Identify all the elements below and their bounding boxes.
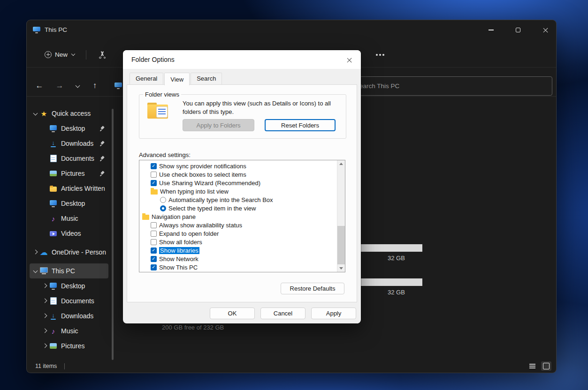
maximize-icon [516, 28, 520, 32]
chevron-placeholder [41, 200, 49, 207]
sidebar-scrollbar[interactable] [112, 109, 114, 360]
sidebar-item-videos[interactable]: Videos [30, 226, 108, 241]
sidebar-item-desktop[interactable]: Desktop [30, 278, 108, 293]
maximize-button[interactable] [507, 22, 529, 38]
checkbox-checked-icon[interactable] [151, 256, 157, 262]
sidebar-item-desktop[interactable]: Desktop [30, 121, 108, 136]
advanced-item-label: Use Sharing Wizard (Recommended) [159, 180, 260, 187]
advanced-item-use-check-boxes-to-select-items[interactable]: Use check boxes to select items [139, 170, 337, 179]
details-view-button[interactable] [527, 361, 537, 371]
up-button[interactable]: ↑ [87, 78, 102, 93]
search-input[interactable] [349, 82, 552, 90]
view-switcher [527, 361, 551, 371]
scissors-icon [98, 51, 107, 59]
sidebar-item-music[interactable]: Music [30, 211, 108, 226]
advanced-item-always-show-availability-status[interactable]: Always show availability status [139, 221, 337, 229]
list-scrollbar[interactable] [337, 160, 345, 272]
folder-icon [151, 189, 158, 195]
sidebar-item-downloads[interactable]: Downloads [30, 308, 108, 323]
chevron-down-icon[interactable] [31, 110, 40, 117]
view-tab-page: Folder views You can apply this view (su… [127, 84, 357, 302]
checkbox-checked-icon[interactable] [151, 248, 157, 254]
large-icons-view-button[interactable] [541, 361, 551, 371]
close-button[interactable] [535, 22, 556, 38]
sidebar-item-downloads[interactable]: Downloads [30, 136, 108, 151]
advanced-item-when-typing-into-list-view[interactable]: When typing into list view [139, 187, 337, 195]
recent-locations-button[interactable] [70, 78, 85, 93]
checkbox-unchecked-icon[interactable] [151, 172, 157, 178]
restore-defaults-button[interactable]: Restore Defaults [281, 283, 344, 294]
chevron-placeholder [41, 185, 49, 192]
cancel-button[interactable]: Cancel [260, 308, 305, 319]
sidebar-item-this-pc[interactable]: This PC [30, 263, 108, 278]
sidebar-item-label: This PC [52, 267, 108, 275]
tab-view[interactable]: View [164, 73, 190, 85]
cloud-icon [40, 248, 48, 256]
sidebar-item-documents[interactable]: Documents [30, 293, 108, 308]
ok-button[interactable]: OK [210, 308, 255, 319]
tab-search[interactable]: Search [191, 73, 222, 84]
new-button-label: New [55, 51, 68, 58]
back-button[interactable]: ← [32, 78, 47, 93]
scroll-up-icon[interactable] [337, 160, 345, 167]
cut-button[interactable] [95, 49, 109, 61]
scroll-down-icon[interactable] [337, 265, 345, 272]
sidebar-item-pictures[interactable]: Pictures [30, 166, 108, 181]
sidebar-item-quick-access[interactable]: Quick access [30, 106, 108, 121]
tab-general[interactable]: General [130, 73, 163, 84]
folder-icon [49, 185, 57, 193]
sidebar-item-documents[interactable]: Documents [30, 151, 108, 166]
dialog-close-button[interactable] [343, 54, 355, 66]
new-button[interactable]: New [40, 47, 80, 61]
advanced-item-label: Always show availability status [159, 222, 242, 229]
sidebar-item-onedrive-person[interactable]: OneDrive - Person [30, 245, 108, 260]
advanced-settings-label: Advanced settings: [139, 151, 191, 158]
sidebar-item-music[interactable]: Music [30, 323, 108, 338]
sidebar: Quick accessDesktopDownloadsDocumentsPic… [27, 105, 111, 360]
reset-folders-button[interactable]: Reset Folders [265, 119, 336, 131]
more-options-button[interactable] [373, 49, 388, 61]
advanced-item-navigation-pane[interactable]: Navigation pane [139, 212, 337, 221]
sidebar-item-label: Quick access [52, 110, 108, 117]
checkbox-checked-icon[interactable] [151, 264, 157, 270]
advanced-item-show-network[interactable]: Show Network [139, 255, 337, 263]
radio-selected-icon[interactable] [160, 205, 166, 211]
minimize-button[interactable] [480, 22, 502, 38]
download-icon [49, 140, 57, 148]
checkbox-unchecked-icon[interactable] [151, 231, 157, 237]
chevron-right-icon[interactable] [31, 248, 40, 256]
advanced-item-show-this-pc[interactable]: Show This PC [139, 263, 337, 271]
chevron-down-icon[interactable] [31, 267, 40, 275]
checkbox-checked-icon[interactable] [151, 163, 157, 169]
advanced-item-show-all-folders[interactable]: Show all folders [139, 238, 337, 246]
scrollbar-thumb[interactable] [337, 226, 345, 264]
chevron-right-icon[interactable] [41, 327, 49, 335]
checkbox-checked-icon[interactable] [151, 180, 157, 186]
sidebar-item-pictures[interactable]: Pictures [30, 338, 108, 353]
chevron-right-icon[interactable] [41, 282, 49, 290]
advanced-item-show-libraries[interactable]: Show libraries [139, 246, 337, 255]
radio-unselected-icon[interactable] [160, 197, 166, 203]
checkbox-unchecked-icon[interactable] [151, 222, 157, 228]
chevron-right-icon[interactable] [41, 312, 49, 320]
advanced-item-expand-to-open-folder[interactable]: Expand to open folder [139, 229, 337, 238]
sidebar-item-desktop[interactable]: Desktop [30, 196, 108, 211]
advanced-item-automatically-type-into-the-search-box[interactable]: Automatically type into the Search Box [139, 195, 337, 204]
chevron-right-icon[interactable] [41, 297, 49, 305]
dialog-title: Folder Options [131, 56, 175, 63]
search-box[interactable] [349, 76, 552, 96]
advanced-settings-list: Show sync provider notificationsUse chec… [139, 162, 337, 272]
chevron-right-icon[interactable] [41, 342, 49, 350]
advanced-item-select-the-typed-item-in-the-view[interactable]: Select the typed item in the view [139, 204, 337, 212]
desktop-wallpaper: This PC New ← → ↑ [0, 0, 588, 390]
advanced-item-show-sync-provider-notifications[interactable]: Show sync provider notifications [139, 162, 337, 170]
forward-button[interactable]: → [52, 78, 67, 93]
sidebar-item-articles-written[interactable]: Articles Written [30, 181, 108, 196]
apply-button[interactable]: Apply [311, 308, 356, 319]
chevron-placeholder [41, 140, 49, 147]
advanced-item-use-sharing-wizard-recommended[interactable]: Use Sharing Wizard (Recommended) [139, 179, 337, 187]
dialog-tabs: GeneralViewSearch [130, 72, 223, 85]
checkbox-unchecked-icon[interactable] [151, 239, 157, 245]
chevron-placeholder [41, 155, 49, 162]
apply-to-folders-button[interactable]: Apply to Folders [183, 119, 254, 131]
